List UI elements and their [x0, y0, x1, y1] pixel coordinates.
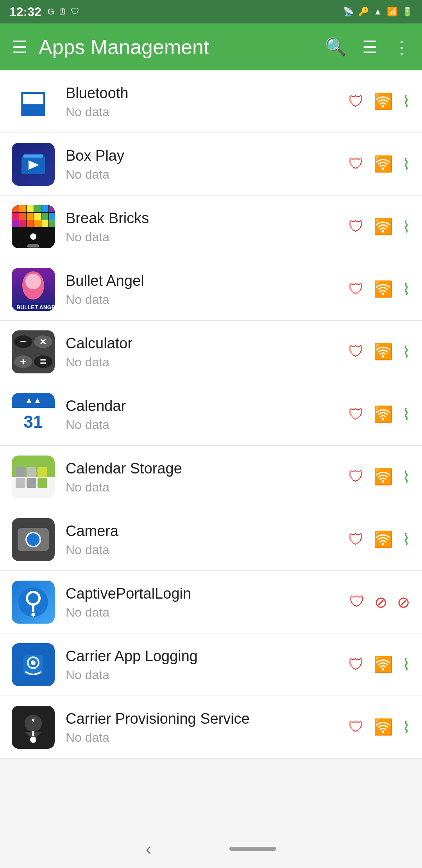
battery-icon: 🔋	[402, 7, 413, 17]
shield-icon[interactable]: 🛡	[349, 155, 364, 173]
home-indicator[interactable]	[229, 847, 276, 851]
svg-rect-7	[34, 205, 41, 212]
shield-icon[interactable]: 🛡	[349, 531, 364, 548]
signal-icon[interactable]: ⌇	[402, 656, 410, 674]
shield-icon[interactable]: 🛡	[349, 93, 364, 110]
signal-icon[interactable]: ⌇	[402, 218, 410, 236]
list-item[interactable]: ▲▲ 31 Calendar No data 🛡 🛜 ⌇	[0, 383, 422, 446]
app-name-calculator: Calculator	[66, 334, 342, 353]
app-controls-boxplay: 🛡 🛜 ⌇	[349, 155, 410, 173]
svg-rect-9	[49, 205, 55, 212]
svg-rect-13	[34, 213, 41, 220]
app-icon-boxplay	[12, 143, 55, 186]
signal-icon[interactable]: ⌇	[402, 343, 410, 361]
app-status-bluetooth: No data	[66, 105, 342, 119]
calendar-day: 31	[24, 408, 43, 436]
app-status-carrierprov: No data	[66, 730, 342, 745]
search-button[interactable]: 🔍	[325, 37, 347, 57]
app-controls-breakbricks: 🛡 🛜 ⌇	[349, 217, 410, 236]
list-item[interactable]: Carrier Provisioning Service No data 🛡 🛜…	[0, 696, 422, 759]
shield-icon[interactable]: 🛡	[349, 218, 364, 235]
wifi-icon[interactable]: 🛜	[374, 405, 393, 423]
list-item[interactable]: Calendar Storage No data 🛡 🛜 ⌇	[0, 446, 422, 508]
svg-rect-17	[19, 220, 26, 227]
app-icon-bluetooth: ⬓	[12, 80, 55, 123]
list-item[interactable]: Break Bricks No data 🛡 🛜 ⌇	[0, 195, 422, 258]
app-icon-calculator: − × + =	[12, 330, 55, 373]
app-info-captive: CaptivePortalLogin No data	[66, 584, 343, 619]
list-item[interactable]: Box Play No data 🛡 🛜 ⌇	[0, 133, 422, 195]
shield-icon[interactable]: 🛡	[349, 593, 365, 611]
svg-rect-35	[27, 478, 36, 488]
wifi-icon[interactable]: 🛜	[374, 92, 393, 111]
svg-rect-12	[27, 213, 34, 220]
status-left-icons: G 🗓 🛡	[48, 7, 79, 17]
shield-icon[interactable]: 🛡	[349, 405, 364, 423]
menu-button[interactable]: ☰	[12, 37, 27, 57]
calendar-notification-icon: 🗓	[58, 7, 67, 17]
signal-icon[interactable]: ⌇	[402, 93, 410, 111]
app-controls-calendar: 🛡 🛜 ⌇	[349, 405, 410, 423]
shield-icon[interactable]: 🛡	[349, 343, 364, 360]
wifi-icon[interactable]: 🛜	[374, 530, 393, 549]
app-controls-carrier: 🛡 🛜 ⌇	[349, 655, 410, 674]
svg-rect-18	[27, 220, 34, 227]
shield-icon[interactable]: 🛡	[349, 280, 364, 298]
list-item[interactable]: Camera No data 🛡 🛜 ⌇	[0, 508, 422, 571]
list-item[interactable]: Carrier App Logging No data 🛡 🛜 ⌇	[0, 633, 422, 696]
svg-point-26	[25, 274, 41, 289]
app-name-carrierprov: Carrier Provisioning Service	[66, 709, 342, 728]
app-status-bulletangel: No data	[66, 292, 342, 307]
signal-icon[interactable]: ⌇	[402, 280, 410, 298]
more-options-button[interactable]: ⋮	[393, 37, 410, 57]
breakbricks-svg	[12, 205, 55, 248]
app-controls-bulletangel: 🛡 🛜 ⌇	[349, 280, 410, 298]
app-controls-calendarstorage: 🛡 🛜 ⌇	[349, 468, 410, 486]
app-info-calculator: Calculator No data	[66, 334, 342, 369]
signal-status-icon: 📶	[387, 7, 397, 17]
wifi-icon[interactable]: 🛜	[374, 155, 393, 173]
boxplay-svg	[18, 149, 49, 180]
list-item[interactable]: BULLET ANGEL Bullet Angel No data 🛡 🛜 ⌇	[0, 258, 422, 321]
wifi-icon[interactable]: 🛜	[374, 718, 393, 736]
list-item[interactable]: ⬓ Bluetooth No data 🛡 🛜 ⌇	[0, 70, 422, 133]
app-controls-bluetooth: 🛡 🛜 ⌇	[349, 92, 410, 111]
back-button[interactable]: ‹	[146, 839, 152, 859]
blocked-wifi-icon[interactable]: ⊘	[374, 593, 388, 611]
svg-point-23	[30, 233, 36, 240]
wifi-icon[interactable]: 🛜	[374, 280, 393, 298]
wifi-icon[interactable]: 🛜	[374, 655, 393, 674]
app-status-calendar: No data	[66, 418, 342, 432]
signal-icon[interactable]: ⌇	[402, 531, 410, 549]
app-name-boxplay: Box Play	[66, 146, 342, 165]
signal-icon[interactable]: ⌇	[402, 155, 410, 173]
signal-icon[interactable]: ⌇	[402, 405, 410, 423]
app-info-bluetooth: Bluetooth No data	[66, 84, 342, 119]
signal-icon[interactable]: ⌇	[402, 718, 410, 736]
wifi-icon[interactable]: 🛜	[374, 217, 393, 236]
svg-rect-22	[27, 244, 39, 247]
svg-point-45	[25, 715, 42, 732]
app-list: ⬓ Bluetooth No data 🛡 🛜 ⌇ Box Play No da…	[0, 70, 422, 759]
calc-plus: +	[14, 355, 32, 368]
shield-icon[interactable]: 🛡	[349, 718, 364, 736]
app-controls-carrierprov: 🛡 🛜 ⌇	[349, 718, 410, 736]
wifi-icon[interactable]: 🛜	[374, 343, 393, 361]
status-bar: 12:32 G 🗓 🛡 📡 🔑 ▲ 📶 🔋	[0, 0, 422, 23]
svg-point-46	[30, 737, 36, 743]
svg-point-44	[31, 660, 36, 665]
app-icon-captive	[12, 581, 55, 624]
app-info-calendar: Calendar No data	[66, 396, 342, 432]
filter-button[interactable]: ☰	[362, 37, 377, 57]
list-item[interactable]: − × + = Calculator No data 🛡 🛜 ⌇	[0, 321, 422, 383]
shield-icon[interactable]: 🛡	[349, 656, 364, 673]
svg-rect-11	[19, 213, 26, 220]
list-item[interactable]: CaptivePortalLogin No data 🛡 ⊘ ⊘	[0, 571, 422, 633]
carrier-svg	[18, 649, 49, 680]
blocked-signal-icon[interactable]: ⊘	[397, 593, 410, 611]
app-info-bulletangel: Bullet Angel No data	[66, 271, 342, 307]
shield-icon[interactable]: 🛡	[349, 468, 364, 486]
svg-rect-14	[41, 213, 48, 220]
signal-icon[interactable]: ⌇	[402, 468, 410, 486]
wifi-icon[interactable]: 🛜	[374, 468, 393, 486]
